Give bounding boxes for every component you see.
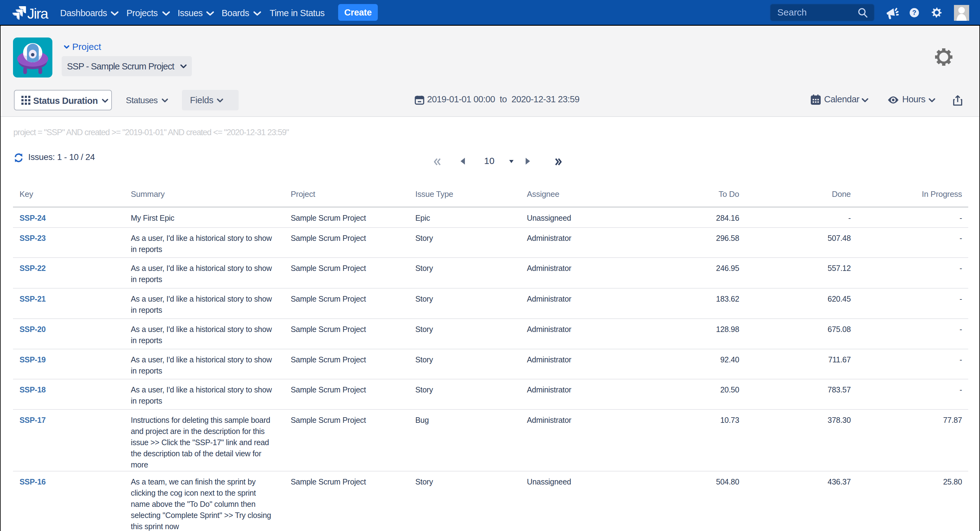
svg-text:?: ? [912, 9, 916, 16]
